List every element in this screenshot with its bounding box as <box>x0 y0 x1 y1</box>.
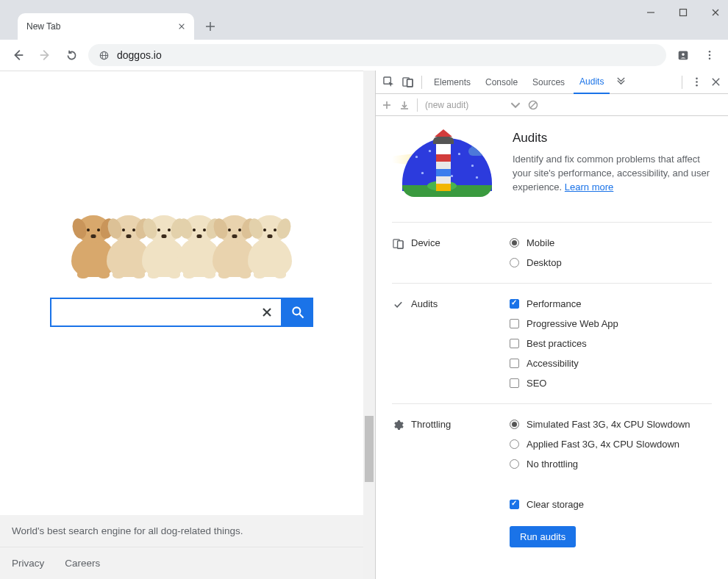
browser-tab-title: New Tab <box>26 21 178 32</box>
svg-line-36 <box>530 102 536 108</box>
page-scrollbar[interactable] <box>363 71 375 579</box>
audit-option-pwa[interactable]: Progressive Web App <box>510 318 712 329</box>
audit-option-accessibility[interactable]: Accessibility <box>510 358 712 369</box>
devtools-panel: Elements Console Sources Audits <box>375 71 728 579</box>
audits-title: Audits <box>513 131 712 145</box>
radio-icon <box>510 420 519 429</box>
radio-icon <box>510 459 519 469</box>
audit-option-best-practices[interactable]: Best practices <box>510 338 712 349</box>
device-option-mobile[interactable]: Mobile <box>510 237 712 248</box>
checkbox-icon <box>510 378 519 388</box>
new-audit-icon[interactable] <box>382 100 392 110</box>
svg-point-28 <box>696 84 698 87</box>
footer-careers-link[interactable]: Careers <box>65 558 100 569</box>
radio-icon <box>510 238 519 248</box>
svg-point-14 <box>682 53 685 56</box>
tab-audits[interactable]: Audits <box>574 71 610 94</box>
throttling-section-label: Throttling <box>411 419 451 430</box>
svg-line-21 <box>300 314 304 318</box>
device-option-desktop[interactable]: Desktop <box>510 257 712 268</box>
svg-point-20 <box>293 307 300 314</box>
page-tagline: World's best search engine for all dog-r… <box>0 515 363 547</box>
page-viewport: World's best search engine for all dog-r… <box>0 71 363 579</box>
search-button[interactable] <box>282 298 313 327</box>
tab-console[interactable]: Console <box>479 71 524 93</box>
radio-icon <box>510 258 519 267</box>
footer-privacy-link[interactable]: Privacy <box>12 558 44 569</box>
inspect-element-icon[interactable] <box>380 74 396 90</box>
clear-audit-icon[interactable] <box>528 100 538 110</box>
device-icon <box>392 237 404 249</box>
window-maximize-button[interactable] <box>677 6 690 19</box>
svg-rect-1 <box>680 10 687 16</box>
browser-menu-button[interactable] <box>700 46 719 65</box>
audit-select[interactable]: (new audit) <box>425 100 521 110</box>
learn-more-link[interactable]: Learn more <box>565 181 613 193</box>
svg-point-26 <box>696 78 698 80</box>
throttling-option-none[interactable]: No throttling <box>510 458 712 470</box>
audit-select-label: (new audit) <box>425 100 468 110</box>
window-close-button[interactable] <box>709 6 722 19</box>
globe-icon <box>99 50 110 61</box>
nav-back-button[interactable] <box>9 46 28 65</box>
checkbox-icon <box>510 359 519 368</box>
devtools-close-icon[interactable] <box>707 74 724 90</box>
window-minimize-button[interactable] <box>644 6 657 19</box>
devtools-menu-icon[interactable] <box>688 74 704 90</box>
throttling-option-simulated[interactable]: Simulated Fast 3G, 4x CPU Slowdown <box>510 419 712 430</box>
search-input[interactable] <box>57 305 259 320</box>
svg-rect-38 <box>397 240 403 248</box>
audits-section-label: Audits <box>411 298 438 309</box>
gear-icon <box>392 419 404 431</box>
chevron-down-icon <box>510 100 521 110</box>
run-audits-button[interactable]: Run audits <box>510 526 576 547</box>
browser-tab[interactable]: New Tab <box>18 13 194 40</box>
checkbox-icon <box>510 299 519 309</box>
scrollbar-thumb[interactable] <box>365 416 374 482</box>
more-tabs-icon[interactable] <box>613 74 629 90</box>
reload-button[interactable] <box>62 46 81 65</box>
checkbox-icon <box>510 319 519 328</box>
tab-close-icon[interactable] <box>178 23 185 30</box>
svg-point-15 <box>709 51 711 53</box>
svg-rect-24 <box>407 79 413 87</box>
audits-description: Identify and fix common problems that af… <box>513 153 712 195</box>
tab-sources[interactable]: Sources <box>527 71 571 93</box>
address-bar[interactable]: doggos.io <box>88 44 666 66</box>
svg-point-16 <box>709 54 711 57</box>
throttling-option-applied[interactable]: Applied Fast 3G, 4x CPU Slowdown <box>510 439 712 450</box>
hero-image <box>42 159 321 277</box>
address-bar-url: doggos.io <box>117 49 162 61</box>
nav-forward-button[interactable] <box>35 46 54 65</box>
check-icon <box>392 298 404 310</box>
device-section-label: Device <box>411 237 440 248</box>
clear-storage-option[interactable]: Clear storage <box>510 499 712 510</box>
radio-icon <box>510 439 519 449</box>
audit-option-seo[interactable]: SEO <box>510 378 712 389</box>
audit-option-performance[interactable]: Performance <box>510 298 712 309</box>
svg-point-17 <box>709 58 711 60</box>
lighthouse-illustration <box>392 131 495 204</box>
download-icon[interactable] <box>399 100 410 110</box>
svg-point-27 <box>696 81 698 83</box>
new-tab-button[interactable] <box>200 16 221 37</box>
clear-icon[interactable] <box>259 307 275 317</box>
tab-elements[interactable]: Elements <box>428 71 477 93</box>
device-toolbar-icon[interactable] <box>399 74 415 90</box>
checkbox-icon <box>510 339 519 348</box>
checkbox-icon <box>510 500 519 509</box>
profile-button[interactable] <box>674 46 693 65</box>
